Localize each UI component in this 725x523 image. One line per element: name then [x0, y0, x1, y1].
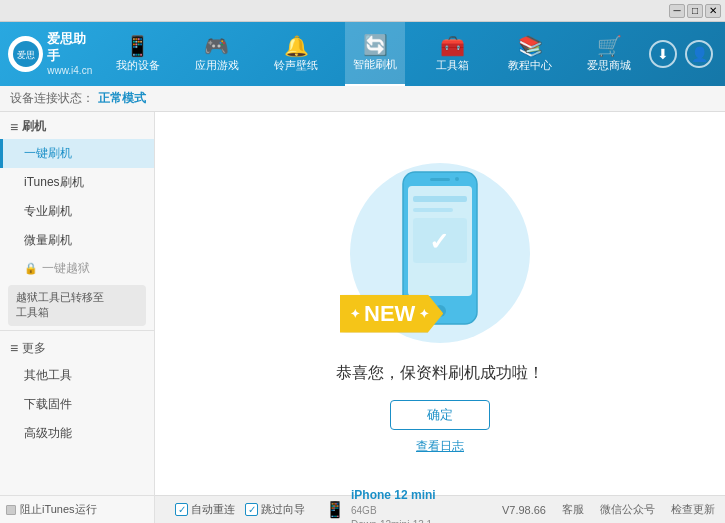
header-right: ⬇ 👤	[649, 40, 717, 68]
svg-point-6	[455, 177, 459, 181]
store-nav-icon: 🛒	[597, 36, 622, 56]
itunes-bar: 阻止iTunes运行	[0, 495, 155, 523]
flash-nav-icon: 🔄	[363, 35, 388, 55]
sidebar-item-other-tools[interactable]: 其他工具	[0, 361, 154, 390]
nav-ringtones-label: 铃声壁纸	[274, 58, 318, 73]
itunes-label: 阻止iTunes运行	[20, 502, 97, 517]
logo-text: 爱思助手 www.i4.cn	[47, 31, 98, 78]
device-name: iPhone 12 mini	[351, 487, 436, 504]
ringtone-nav-icon: 🔔	[284, 36, 309, 56]
nav-store[interactable]: 🛒 爱思商城	[579, 22, 639, 86]
sidebar-item-pro-flash[interactable]: 专业刷机	[0, 197, 154, 226]
nav-apps-games-label: 应用游戏	[195, 58, 239, 73]
close-btn[interactable]: ✕	[705, 4, 721, 18]
main-container: ≡ 刷机 一键刷机 iTunes刷机 专业刷机 微量刷机 🔒 一键越狱 越狱工具…	[0, 112, 725, 495]
nav-ringtones[interactable]: 🔔 铃声壁纸	[266, 22, 326, 86]
sidebar-more-section: ≡ 更多	[0, 335, 154, 361]
sidebar: ≡ 刷机 一键刷机 iTunes刷机 专业刷机 微量刷机 🔒 一键越狱 越狱工具…	[0, 112, 155, 495]
svg-rect-7	[413, 196, 467, 202]
sidebar-item-download-firmware[interactable]: 下载固件	[0, 390, 154, 419]
flash-section-icon: ≡	[10, 119, 18, 135]
nav-items: 📱 我的设备 🎮 应用游戏 🔔 铃声壁纸 🔄 智能刷机 🧰 工具箱 📚 教程中心…	[98, 22, 649, 86]
phone-illustration: ✓ ✦ NEW ✦	[330, 153, 550, 353]
sidebar-item-itunes-flash[interactable]: iTunes刷机	[0, 168, 154, 197]
nav-tutorials-label: 教程中心	[508, 58, 552, 73]
customer-service-link[interactable]: 客服	[562, 502, 584, 517]
nav-smart-flash[interactable]: 🔄 智能刷机	[345, 22, 405, 86]
header: 爱思 爱思助手 www.i4.cn 📱 我的设备 🎮 应用游戏 🔔 铃声壁纸 🔄…	[0, 22, 725, 86]
sidebar-divider	[0, 330, 154, 331]
sidebar-item-onekey-flash[interactable]: 一键刷机	[0, 139, 154, 168]
nav-my-device-label: 我的设备	[116, 58, 160, 73]
device-version: Down-12mini-13.1	[351, 518, 436, 523]
device-phone-icon: 📱	[325, 500, 345, 519]
auto-reconnect-checkbox[interactable]: ✓ 自动重连	[175, 502, 235, 517]
svg-rect-5	[430, 178, 450, 181]
sidebar-flash-section: ≡ 刷机	[0, 112, 154, 139]
svg-text:✓: ✓	[429, 228, 449, 255]
sidebar-item-advanced[interactable]: 高级功能	[0, 419, 154, 448]
device-text: iPhone 12 mini 64GB Down-12mini-13.1	[351, 487, 436, 523]
title-bar: ─ □ ✕	[0, 0, 725, 22]
nav-store-label: 爱思商城	[587, 58, 631, 73]
toolbox-nav-icon: 🧰	[440, 36, 465, 56]
sparkle-left: ✦	[350, 307, 360, 321]
view-log-link[interactable]: 查看日志	[416, 438, 464, 455]
svg-text:爱思: 爱思	[17, 50, 35, 60]
logo-icon: 爱思	[8, 36, 43, 72]
download-btn[interactable]: ⬇	[649, 40, 677, 68]
auto-reconnect-label: 自动重连	[191, 502, 235, 517]
new-banner: ✦ NEW ✦	[340, 295, 443, 333]
bottom-right: V7.98.66 客服 微信公众号 检查更新	[502, 502, 715, 517]
nav-toolbox[interactable]: 🧰 工具箱	[425, 22, 481, 86]
bottom-bar: 阻止iTunes运行 ✓ 自动重连 ✓ 跳过向导 📱 iPhone 12 min…	[0, 495, 725, 523]
lock-icon: 🔒	[24, 262, 38, 275]
logo-area: 爱思 爱思助手 www.i4.cn	[8, 31, 98, 78]
sidebar-item-micro-flash[interactable]: 微量刷机	[0, 226, 154, 255]
stop-itunes-btn[interactable]	[6, 505, 16, 515]
sidebar-item-jailbreak-disabled: 🔒 一键越狱	[0, 255, 154, 281]
skip-wizard-checkbox[interactable]: ✓ 跳过向导	[245, 502, 305, 517]
skip-wizard-label: 跳过向导	[261, 502, 305, 517]
jailbreak-label: 一键越狱	[42, 260, 90, 277]
nav-tutorials[interactable]: 📚 教程中心	[500, 22, 560, 86]
status-value: 正常模式	[98, 90, 146, 107]
minimize-btn[interactable]: ─	[669, 4, 685, 18]
status-label: 设备连接状态：	[10, 90, 94, 107]
user-btn[interactable]: 👤	[685, 40, 713, 68]
maximize-btn[interactable]: □	[687, 4, 703, 18]
success-message: 恭喜您，保资料刷机成功啦！	[336, 363, 544, 384]
device-nav-icon: 📱	[125, 36, 150, 56]
more-section-icon: ≡	[10, 340, 18, 356]
nav-my-device[interactable]: 📱 我的设备	[108, 22, 168, 86]
check-update-link[interactable]: 检查更新	[671, 502, 715, 517]
sparkle-right: ✦	[419, 307, 429, 321]
nav-apps-games[interactable]: 🎮 应用游戏	[187, 22, 247, 86]
svg-rect-8	[413, 208, 453, 212]
confirm-button[interactable]: 确定	[390, 400, 490, 430]
nav-smart-flash-label: 智能刷机	[353, 57, 397, 72]
bottom-left: 阻止iTunes运行 ✓ 自动重连 ✓ 跳过向导 📱 iPhone 12 min…	[10, 487, 502, 523]
flash-section-label: 刷机	[22, 118, 46, 135]
device-info: 📱 iPhone 12 mini 64GB Down-12mini-13.1	[325, 487, 436, 523]
content-area: ✓ ✦ NEW ✦ 恭喜您，保资料刷机成功啦！ 确定 查看日志	[155, 112, 725, 495]
wechat-link[interactable]: 微信公众号	[600, 502, 655, 517]
more-section-label: 更多	[22, 340, 46, 357]
nav-toolbox-label: 工具箱	[436, 58, 469, 73]
skip-wizard-check-icon: ✓	[245, 503, 258, 516]
apps-nav-icon: 🎮	[204, 36, 229, 56]
auto-reconnect-check-icon: ✓	[175, 503, 188, 516]
tutorial-nav-icon: 📚	[518, 36, 543, 56]
new-badge: ✦ NEW ✦	[340, 295, 443, 333]
new-text: NEW	[364, 301, 415, 327]
version-label: V7.98.66	[502, 504, 546, 516]
status-bar: 设备连接状态： 正常模式	[0, 86, 725, 112]
sidebar-notice: 越狱工具已转移至工具箱	[8, 285, 146, 326]
device-storage: 64GB	[351, 504, 436, 518]
